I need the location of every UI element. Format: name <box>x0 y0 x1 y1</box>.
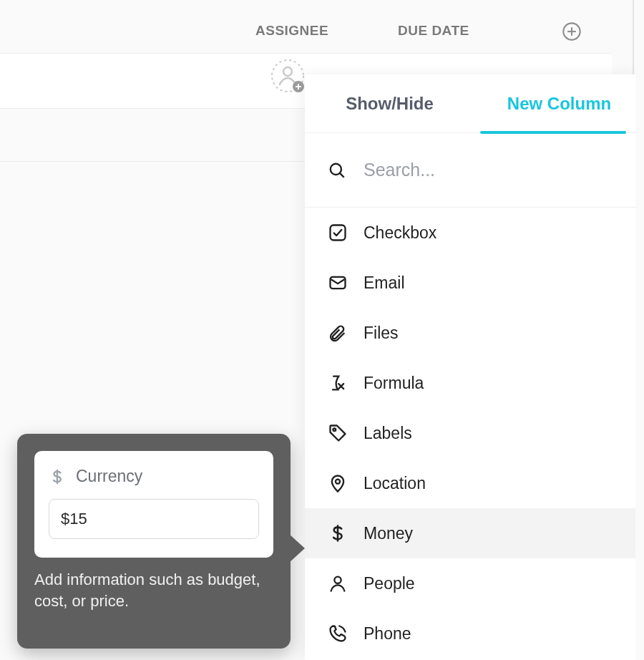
location-icon <box>328 473 348 493</box>
add-column-button[interactable] <box>562 21 582 42</box>
option-location[interactable]: Location <box>305 458 644 508</box>
labels-icon <box>328 423 348 443</box>
tooltip-preview-title: Currency <box>76 467 142 486</box>
svg-point-14 <box>334 577 341 583</box>
svg-point-4 <box>283 67 292 76</box>
option-label: Phone <box>364 624 411 644</box>
assignee-avatar-placeholder[interactable] <box>270 59 305 93</box>
option-label: Files <box>364 324 399 343</box>
column-type-list: Checkbox Email Files F <box>305 208 644 659</box>
option-label: People <box>364 574 415 593</box>
option-email[interactable]: Email <box>305 258 644 308</box>
search-row <box>305 133 644 208</box>
tooltip-preview-card: Currency $15 <box>34 451 273 558</box>
option-phone[interactable]: Phone <box>305 608 644 659</box>
tooltip-description: Add information such as budget, cost, or… <box>34 569 273 611</box>
option-label: Formula <box>364 374 424 393</box>
svg-point-13 <box>336 480 340 484</box>
column-header-due-date: DUE DATE <box>398 23 469 39</box>
svg-point-8 <box>331 163 341 174</box>
option-money[interactable]: Money <box>305 508 644 558</box>
checkbox-icon <box>328 223 348 243</box>
svg-rect-10 <box>331 225 346 241</box>
search-icon <box>328 161 346 180</box>
dollar-icon <box>49 468 66 485</box>
email-icon <box>328 273 348 293</box>
option-files[interactable]: Files <box>305 308 644 358</box>
option-label: Money <box>364 524 413 543</box>
column-type-panel: Show/Hide New Column Checkbox <box>305 74 644 660</box>
right-divider <box>633 0 634 74</box>
svg-point-12 <box>333 428 336 431</box>
option-label: Email <box>364 273 405 293</box>
formula-icon <box>328 373 348 393</box>
person-add-icon <box>270 59 305 93</box>
option-label: Labels <box>364 424 412 443</box>
option-formula[interactable]: Formula <box>305 358 644 408</box>
money-icon <box>328 523 348 543</box>
right-gutter <box>635 0 644 660</box>
option-label: Checkbox <box>364 223 436 243</box>
column-header-row: ASSIGNEE DUE DATE <box>0 0 615 53</box>
files-icon <box>328 323 348 343</box>
search-input[interactable] <box>364 160 621 180</box>
option-checkbox[interactable]: Checkbox <box>305 208 644 258</box>
panel-tabs: Show/Hide New Column <box>305 74 644 133</box>
tab-active-indicator <box>480 131 626 134</box>
tab-new-column[interactable]: New Column <box>474 74 644 133</box>
option-people[interactable]: People <box>305 558 644 608</box>
option-labels[interactable]: Labels <box>305 408 644 458</box>
phone-icon <box>328 623 348 644</box>
tooltip-arrow <box>289 534 305 563</box>
people-icon <box>328 573 348 593</box>
tooltip-preview-value: $15 <box>49 499 259 539</box>
option-label: Location <box>364 474 426 493</box>
svg-line-9 <box>340 173 344 178</box>
tab-show-hide[interactable]: Show/Hide <box>305 74 474 133</box>
column-header-assignee: ASSIGNEE <box>255 23 328 39</box>
column-type-tooltip: Currency $15 Add information such as bud… <box>17 434 291 649</box>
plus-circle-icon <box>562 21 582 42</box>
